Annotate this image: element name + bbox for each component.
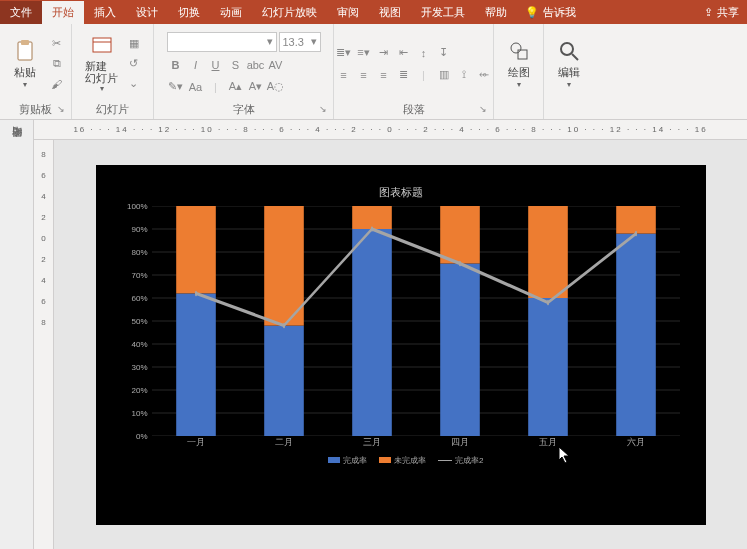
paste-button[interactable]: 粘贴 ▾: [6, 29, 44, 99]
svg-point-36: [634, 230, 636, 236]
ruler-h-ticks: 16 · · · 14 · · · 12 · · · 10 · · · 8 · …: [73, 125, 707, 134]
svg-point-6: [561, 43, 573, 55]
lightbulb-icon: 💡: [525, 6, 539, 19]
chart-plot-area: 0% 10% 20% 30% 40% 50% 60% 70% 80% 90% 1…: [152, 206, 680, 436]
svg-point-33: [370, 226, 372, 232]
align-right-button[interactable]: ≡: [375, 66, 393, 84]
grow-font-button[interactable]: A▴: [227, 78, 245, 96]
drawing-button[interactable]: 绘图 ▾: [500, 29, 538, 99]
clipboard-icon: [13, 39, 37, 63]
strike-button[interactable]: S: [227, 56, 245, 74]
svg-rect-2: [93, 38, 111, 52]
tab-transitions[interactable]: 切换: [168, 1, 210, 24]
bold-button[interactable]: B: [167, 56, 185, 74]
tab-review[interactable]: 审阅: [327, 1, 369, 24]
smartart-button[interactable]: ⬰: [475, 66, 493, 84]
align-center-button[interactable]: ≡: [355, 66, 373, 84]
underline-button[interactable]: U: [207, 56, 225, 74]
section-button[interactable]: ⌄: [125, 75, 143, 93]
shapes-icon: [507, 39, 531, 63]
group-paragraph: ≣▾ ≡▾ ⇥ ⇤ ↕ ↧ ≡ ≡ ≡ ≣ | ▥ ⟟ ⬰: [334, 24, 494, 119]
svg-rect-19: [176, 293, 216, 436]
tab-animations[interactable]: 动画: [210, 1, 252, 24]
font-size-value: 13.3: [283, 36, 304, 48]
align-left-button[interactable]: ≡: [335, 66, 353, 84]
indent-dec-button[interactable]: ⇤: [395, 44, 413, 62]
chevron-right-icon: ▷: [13, 120, 21, 139]
text-direction-button[interactable]: ↧: [435, 44, 453, 62]
svg-rect-22: [264, 206, 304, 326]
ruler-vertical: 8 6 4 2 0 2 4 6 8: [34, 140, 54, 549]
legend-line-3: [438, 460, 452, 461]
font-family-combo[interactable]: ▾: [167, 32, 277, 52]
paste-label: 粘贴: [14, 65, 36, 80]
work-area: ▷ 缩略图 16 · · · 14 · · · 12 · · · 10 · · …: [0, 120, 747, 549]
tab-design[interactable]: 设计: [126, 1, 168, 24]
font-size-combo[interactable]: 13.3▾: [279, 32, 321, 52]
reset-button[interactable]: ↺: [125, 55, 143, 73]
svg-rect-28: [528, 206, 568, 298]
change-case-button[interactable]: Aa: [187, 78, 205, 96]
svg-rect-20: [176, 206, 216, 293]
editing-button[interactable]: 编辑 ▾: [550, 29, 588, 99]
chevron-down-icon: ▾: [517, 80, 521, 89]
line-spacing-button[interactable]: ↕: [415, 44, 433, 62]
indent-inc-button[interactable]: ⇥: [375, 44, 393, 62]
launcher-icon[interactable]: ↘: [319, 101, 327, 117]
legend-swatch-2: [379, 457, 391, 463]
new-slide-button[interactable]: 新建 幻灯片 ▾: [83, 29, 121, 99]
shadow-button[interactable]: abc: [247, 56, 265, 74]
italic-button[interactable]: I: [187, 56, 205, 74]
group-slides-label: 幻灯片: [96, 103, 129, 115]
align-text-button[interactable]: ⟟: [455, 66, 473, 84]
thumbnail-panel-label: 缩略图: [10, 139, 24, 151]
cut-button[interactable]: ✂: [48, 35, 66, 53]
thumbnail-panel-collapsed[interactable]: ▷ 缩略图: [0, 120, 34, 549]
chevron-down-icon: ▾: [23, 80, 27, 89]
svg-rect-23: [352, 229, 392, 436]
tab-insert[interactable]: 插入: [84, 1, 126, 24]
tab-help[interactable]: 帮助: [475, 1, 517, 24]
tab-view[interactable]: 视图: [369, 1, 411, 24]
ruler-horizontal: 16 · · · 14 · · · 12 · · · 10 · · · 8 · …: [34, 120, 747, 140]
tab-developer[interactable]: 开发工具: [411, 1, 475, 24]
legend-swatch-1: [328, 457, 340, 463]
tell-me[interactable]: 💡 告诉我: [517, 1, 584, 24]
tab-slideshow[interactable]: 幻灯片放映: [252, 1, 327, 24]
new-slide-label: 新建 幻灯片: [85, 60, 118, 84]
chart-object[interactable]: 图表标题 0% 10% 20% 30% 40% 50% 60% 70% 80%: [116, 185, 686, 505]
svg-point-4: [511, 43, 521, 53]
svg-point-32: [282, 322, 284, 328]
svg-line-7: [572, 54, 578, 60]
char-spacing-button[interactable]: AV: [267, 56, 285, 74]
columns-button[interactable]: ▥: [435, 66, 453, 84]
ribbon: 粘贴 ▾ ✂ ⧉ 🖌 剪贴板↘ 新建 幻灯片 ▾ ▦ ↺ ⌄ 幻灯片: [0, 24, 747, 120]
editor-stage: 16 · · · 14 · · · 12 · · · 10 · · · 8 · …: [34, 120, 747, 549]
drawing-label: 绘图: [508, 65, 530, 80]
tab-file[interactable]: 文件: [0, 1, 42, 24]
tab-home[interactable]: 开始: [42, 1, 84, 24]
launcher-icon[interactable]: ↘: [57, 101, 65, 117]
shrink-font-button[interactable]: A▾: [247, 78, 265, 96]
bullets-button[interactable]: ≣▾: [335, 44, 353, 62]
clear-format-button[interactable]: A◌: [267, 78, 285, 96]
chart-title: 图表标题: [116, 185, 686, 200]
format-painter-button[interactable]: 🖌: [48, 75, 66, 93]
copy-button[interactable]: ⧉: [48, 55, 66, 73]
group-font: ▾ 13.3▾ B I U S abc AV ✎▾ Aa | A▴ A▾: [154, 24, 334, 119]
justify-button[interactable]: ≣: [395, 66, 413, 84]
share-icon: ⇪: [704, 6, 713, 19]
tab-bar: 文件 开始 插入 设计 切换 动画 幻灯片放映 审阅 视图 开发工具 帮助 💡 …: [0, 0, 747, 24]
slide[interactable]: 图表标题 0% 10% 20% 30% 40% 50% 60% 70% 80%: [96, 165, 706, 525]
new-slide-icon: [90, 34, 114, 58]
layout-button[interactable]: ▦: [125, 35, 143, 53]
group-slides: 新建 幻灯片 ▾ ▦ ↺ ⌄ 幻灯片: [72, 24, 154, 119]
launcher-icon[interactable]: ↘: [479, 101, 487, 117]
chevron-down-icon: ▾: [311, 35, 317, 48]
slide-canvas[interactable]: 图表标题 0% 10% 20% 30% 40% 50% 60% 70% 80%: [54, 140, 747, 549]
share-button[interactable]: ⇪ 共享: [696, 1, 747, 24]
numbering-button[interactable]: ≡▾: [355, 44, 373, 62]
svg-rect-25: [440, 263, 480, 436]
chart-legend: 完成率 未完成率 完成率2: [116, 455, 686, 466]
highlight-button[interactable]: ✎▾: [167, 78, 185, 96]
